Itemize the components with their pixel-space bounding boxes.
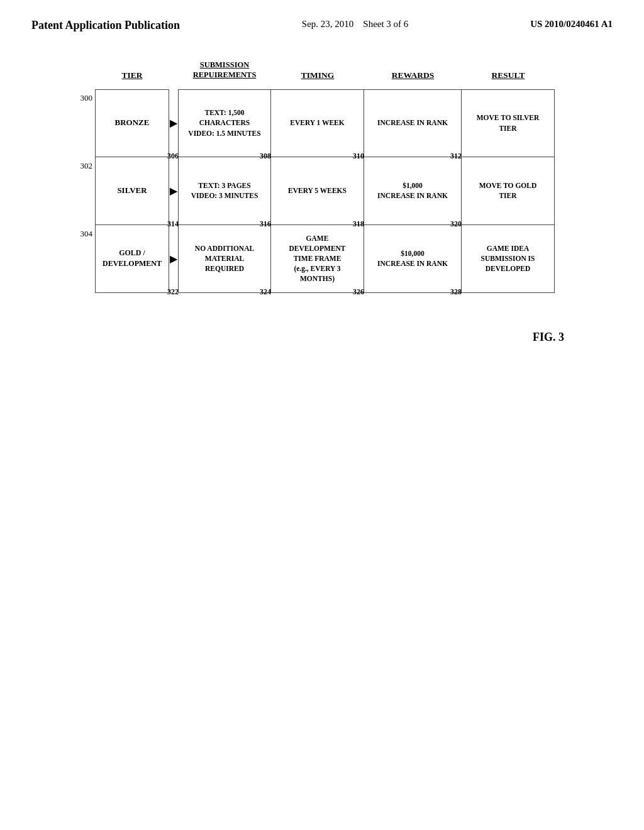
submission-bronze: TEXT: 1,500 CHARACTERS VIDEO: 1.5 MINUTE… <box>178 89 271 157</box>
submission-silver: TEXT: 3 PAGES VIDEO: 3 MINUTES 314 <box>178 157 271 225</box>
col-header-timing: TIMING <box>271 57 364 89</box>
rewards-gold: $10,000 INCREASE IN RANK 326 <box>364 225 462 293</box>
rewards-silver-text: $1,000 INCREASE IN RANK <box>377 180 448 201</box>
patent-number: US 2010/0240461 A1 <box>530 19 613 30</box>
result-silver: MOVE TO GOLD TIER 320 <box>462 157 555 225</box>
timing-silver-text: EVERY 5 WEEKS <box>288 185 347 196</box>
publication-title: Patent Application Publication <box>31 19 180 32</box>
result-silver-text: MOVE TO GOLD TIER <box>479 180 537 201</box>
result-gold-text: GAME IDEA SUBMISSION IS DEVELOPED <box>481 243 535 274</box>
ref-326: 326 <box>353 287 364 297</box>
diagram-area: TIER SUBMISSIONREPUIREMENTS TIMING REWAR… <box>0 38 644 363</box>
rewards-silver: $1,000 INCREASE IN RANK 318 <box>364 157 462 225</box>
timing-bronze-text: EVERY 1 WEEK <box>290 118 345 128</box>
col-header-spacer-ref <box>72 57 95 89</box>
publication-date: Sep. 23, 2010 <box>302 19 354 29</box>
ref-302: 302 <box>80 161 93 171</box>
timing-silver: EVERY 5 WEEKS 316 <box>271 157 364 225</box>
ref-324: 324 <box>260 287 271 297</box>
ref-322: 322 <box>167 287 179 297</box>
ref-col-row3: 304 <box>72 225 95 293</box>
ref-304: 304 <box>80 229 93 239</box>
page-header: Patent Application Publication Sep. 23, … <box>0 0 644 38</box>
arrow-gold: ▶ <box>169 225 178 293</box>
tier-bronze: BRONZE <box>95 89 169 157</box>
ref-col-row2: 302 <box>72 157 95 225</box>
timing-gold-text: GAME DEVELOPMENT TIME FRAME (e.g., EVERY… <box>289 233 345 284</box>
arrow-silver: ▶ <box>169 157 178 225</box>
col-header-result: RESULT <box>462 57 555 89</box>
ref-col-row1: 300 <box>72 89 95 157</box>
result-gold: GAME IDEA SUBMISSION IS DEVELOPED 328 <box>462 225 555 293</box>
col-header-tier: TIER <box>95 57 169 89</box>
timing-gold: GAME DEVELOPMENT TIME FRAME (e.g., EVERY… <box>271 225 364 293</box>
col-header-submission: SUBMISSIONREPUIREMENTS <box>178 57 271 89</box>
submission-gold-text: NO ADDITIONAL MATERIAL REQUIRED <box>195 243 254 274</box>
col-header-rewards: REWARDS <box>364 57 462 89</box>
diagram-container: TIER SUBMISSIONREPUIREMENTS TIMING REWAR… <box>61 57 602 344</box>
result-bronze: MOVE TO SILVER TIER 312 <box>462 89 555 157</box>
submission-gold: NO ADDITIONAL MATERIAL REQUIRED 322 <box>178 225 271 293</box>
col-header-arrow-spacer <box>169 57 178 89</box>
submission-bronze-text: TEXT: 1,500 CHARACTERS VIDEO: 1.5 MINUTE… <box>188 108 260 138</box>
rewards-bronze-text: INCREASE IN RANK <box>377 118 448 128</box>
tier-silver: SILVER <box>95 157 169 225</box>
rewards-bronze: INCREASE IN RANK 310 <box>364 89 462 157</box>
result-bronze-text: MOVE TO SILVER TIER <box>477 113 540 133</box>
rewards-gold-text: $10,000 INCREASE IN RANK <box>377 248 448 268</box>
sheet-info: Sheet 3 of 6 <box>363 19 408 29</box>
timing-bronze: EVERY 1 WEEK 308 <box>271 89 364 157</box>
tier-gold: GOLD / DEVELOPMENT <box>95 225 169 293</box>
arrow-bronze: ▶ <box>169 89 178 157</box>
submission-silver-text: TEXT: 3 PAGES VIDEO: 3 MINUTES <box>191 180 258 201</box>
header-center: Sep. 23, 2010 Sheet 3 of 6 <box>302 19 409 30</box>
ref-328: 328 <box>450 287 462 297</box>
fig-label: FIG. 3 <box>61 293 602 344</box>
ref-300: 300 <box>80 93 93 103</box>
